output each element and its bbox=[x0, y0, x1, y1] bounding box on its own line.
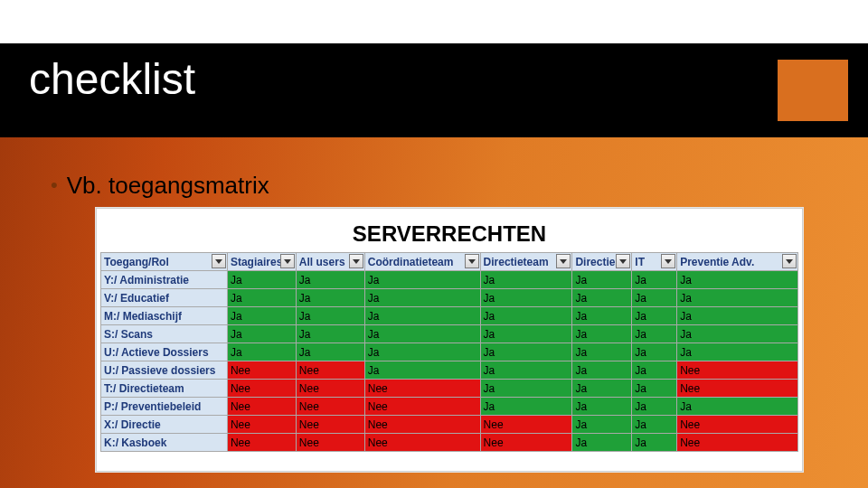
row-label: K:/ Kasboek bbox=[101, 434, 228, 452]
access-cell: Ja bbox=[296, 289, 364, 307]
filter-dropdown-button[interactable] bbox=[349, 254, 363, 268]
col-header-text: All users bbox=[299, 256, 345, 268]
col-header-rowlabel: Toegang/Rol bbox=[101, 253, 228, 271]
row-label: X:/ Directie bbox=[101, 416, 228, 434]
filter-dropdown-button[interactable] bbox=[782, 254, 797, 268]
access-cell: Ja bbox=[480, 271, 572, 289]
bullet-text: Vb. toegangsmatrix bbox=[67, 172, 269, 199]
filter-dropdown-button[interactable] bbox=[212, 254, 226, 268]
col-header: Coördinatieteam bbox=[364, 253, 480, 271]
access-cell: Nee bbox=[227, 416, 296, 434]
access-cell: Nee bbox=[296, 398, 364, 416]
access-cell: Ja bbox=[572, 289, 632, 307]
access-cell: Nee bbox=[364, 416, 480, 434]
access-cell: Nee bbox=[677, 416, 798, 434]
access-cell: Ja bbox=[296, 343, 364, 361]
access-cell: Nee bbox=[227, 398, 296, 416]
access-cell: Nee bbox=[296, 361, 364, 380]
filter-dropdown-button[interactable] bbox=[661, 254, 675, 268]
row-label: Y:/ Administratie bbox=[101, 271, 228, 289]
access-cell: Nee bbox=[364, 380, 480, 398]
row-label: T:/ Directieteam bbox=[101, 380, 228, 398]
access-cell: Ja bbox=[572, 416, 632, 434]
access-cell: Nee bbox=[480, 434, 572, 452]
access-cell: Ja bbox=[677, 307, 798, 325]
table-row: Y:/ AdministratieJaJaJaJaJaJaJa bbox=[101, 271, 798, 289]
access-cell: Ja bbox=[632, 416, 677, 434]
access-matrix-table: Toegang/RolStagiairesAll usersCoördinati… bbox=[100, 252, 798, 452]
table-row: U:/ Passieve dossiersNeeNeeJaJaJaJaNee bbox=[101, 361, 798, 380]
sheet-heading: SERVERRECHTEN bbox=[97, 221, 802, 247]
table-row: S:/ ScansJaJaJaJaJaJaJa bbox=[101, 325, 798, 343]
row-label: U:/ Actieve Dossiers bbox=[101, 343, 228, 361]
access-cell: Ja bbox=[296, 325, 364, 343]
slide: checklist •Vb. toegangsmatrix SERVERRECH… bbox=[0, 0, 868, 488]
row-label: V:/ Educatief bbox=[101, 289, 228, 307]
access-cell: Ja bbox=[632, 325, 677, 343]
access-cell: Ja bbox=[677, 398, 798, 416]
access-cell: Ja bbox=[572, 307, 632, 325]
bullet-dot-icon: • bbox=[51, 174, 58, 196]
access-cell: Ja bbox=[364, 307, 480, 325]
access-cell: Ja bbox=[480, 361, 572, 380]
access-cell: Nee bbox=[364, 398, 480, 416]
access-cell: Nee bbox=[227, 361, 296, 380]
table-row: P:/ PreventiebeleidNeeNeeNeeJaJaJaJa bbox=[101, 398, 798, 416]
col-header: All users bbox=[296, 253, 364, 271]
access-cell: Ja bbox=[364, 325, 480, 343]
col-header-text: Coördinatieteam bbox=[368, 256, 454, 268]
access-cell: Ja bbox=[480, 343, 572, 361]
filter-dropdown-button[interactable] bbox=[616, 254, 630, 268]
access-cell: Ja bbox=[572, 398, 632, 416]
col-header: Stagiaires bbox=[227, 253, 296, 271]
access-cell: Ja bbox=[632, 343, 677, 361]
title-accent-box bbox=[778, 60, 848, 121]
table-row: V:/ EducatiefJaJaJaJaJaJaJa bbox=[101, 289, 798, 307]
filter-dropdown-button[interactable] bbox=[280, 254, 295, 268]
access-cell: Ja bbox=[480, 398, 572, 416]
title-bar: checklist bbox=[0, 43, 868, 137]
col-header-text: Stagiaires bbox=[231, 256, 282, 268]
access-cell: Nee bbox=[480, 416, 572, 434]
access-cell: Ja bbox=[480, 307, 572, 325]
table-row: K:/ KasboekNeeNeeNeeNeeJaJaNee bbox=[101, 434, 798, 452]
access-cell: Ja bbox=[227, 271, 296, 289]
access-cell: Ja bbox=[632, 380, 677, 398]
access-cell: Ja bbox=[632, 289, 677, 307]
access-cell: Ja bbox=[677, 289, 798, 307]
col-header: IT bbox=[632, 253, 677, 271]
access-cell: Ja bbox=[572, 325, 632, 343]
row-label: U:/ Passieve dossiers bbox=[101, 361, 228, 380]
col-header-text: Directie bbox=[575, 256, 615, 268]
filter-dropdown-button[interactable] bbox=[465, 254, 479, 268]
col-header-text: Directieteam bbox=[484, 256, 549, 268]
col-header-text: Preventie Adv. bbox=[680, 256, 754, 268]
row-label: M:/ Mediaschijf bbox=[101, 307, 228, 325]
access-cell: Ja bbox=[296, 271, 364, 289]
table-row: U:/ Actieve DossiersJaJaJaJaJaJaJa bbox=[101, 343, 798, 361]
table-row: T:/ DirectieteamNeeNeeNeeJaJaJaNee bbox=[101, 380, 798, 398]
access-cell: Nee bbox=[296, 434, 364, 452]
row-label: S:/ Scans bbox=[101, 325, 228, 343]
col-header-text: IT bbox=[635, 256, 645, 268]
access-cell: Nee bbox=[677, 361, 798, 380]
access-cell: Ja bbox=[632, 307, 677, 325]
access-cell: Nee bbox=[364, 434, 480, 452]
col-header: Directie bbox=[572, 253, 632, 271]
col-header: Preventie Adv. bbox=[677, 253, 798, 271]
table-header-row: Toegang/RolStagiairesAll usersCoördinati… bbox=[101, 253, 798, 271]
access-cell: Ja bbox=[364, 343, 480, 361]
access-cell: Ja bbox=[677, 325, 798, 343]
bullet-line: •Vb. toegangsmatrix bbox=[51, 172, 269, 200]
access-cell: Ja bbox=[227, 343, 296, 361]
access-cell: Ja bbox=[364, 289, 480, 307]
access-cell: Ja bbox=[632, 434, 677, 452]
filter-dropdown-button[interactable] bbox=[556, 254, 571, 268]
access-cell: Ja bbox=[227, 289, 296, 307]
col-header: Directieteam bbox=[480, 253, 572, 271]
access-cell: Nee bbox=[677, 380, 798, 398]
access-cell: Ja bbox=[632, 271, 677, 289]
access-cell: Ja bbox=[572, 271, 632, 289]
access-cell: Ja bbox=[677, 271, 798, 289]
row-label: P:/ Preventiebeleid bbox=[101, 398, 228, 416]
